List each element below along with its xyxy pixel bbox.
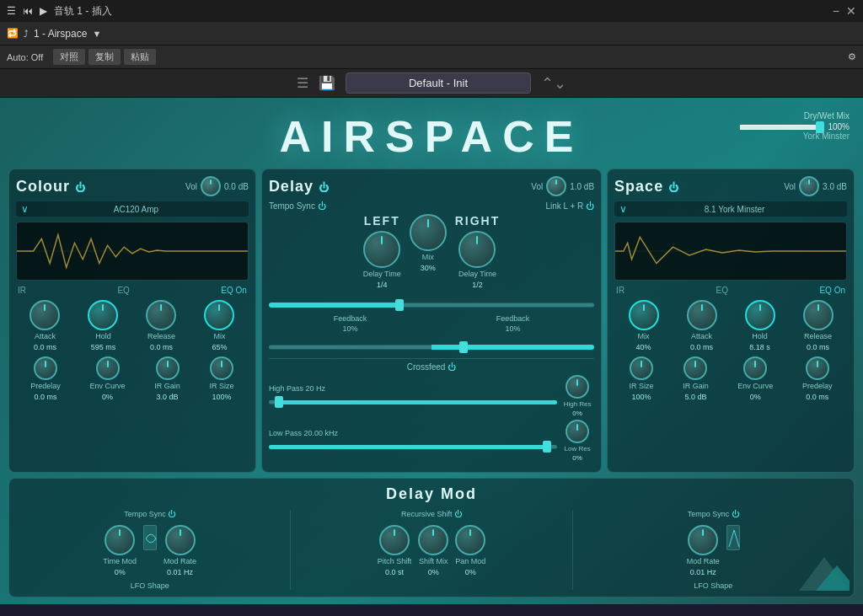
space-envcurve-knob[interactable]	[743, 356, 767, 380]
preset-menu-button[interactable]: ☰	[297, 75, 308, 91]
space-eq-on[interactable]: EQ On	[819, 286, 845, 295]
preset-arrows[interactable]: ⌃⌄	[541, 74, 566, 93]
colour-eq-on[interactable]: EQ On	[221, 286, 247, 295]
delay-right-feedback-slider[interactable]	[269, 345, 594, 350]
track-bar: 🔁 ⤴ 1 - Airspace ▼	[0, 22, 863, 46]
high-res-knob[interactable]	[566, 375, 589, 399]
colour-vol-knob[interactable]	[201, 176, 221, 196]
delay-mod-divider1	[290, 510, 291, 590]
pitch-shift-knob[interactable]	[379, 525, 410, 555]
delay-link[interactable]: Link L + R ⏻	[545, 201, 594, 211]
space-release-knob[interactable]	[803, 300, 834, 330]
track-dropdown-icon[interactable]: ▼	[92, 29, 101, 39]
colour-mix-knob[interactable]	[204, 300, 234, 330]
delay-right-time-knob[interactable]	[458, 231, 496, 268]
loop-icon[interactable]: 🔁	[7, 28, 19, 39]
colour-eq-btn[interactable]: EQ	[117, 286, 129, 295]
play-icon[interactable]: ▶	[40, 5, 47, 17]
colour-attack-knob[interactable]	[29, 300, 60, 330]
colour-mix-value: 65%	[212, 343, 227, 351]
right-mod-rate-knob[interactable]	[688, 525, 718, 555]
paste-button[interactable]: 粘贴	[124, 49, 156, 65]
track-icon[interactable]: ⤴	[24, 29, 29, 39]
space-attack-value: 0.0 ms	[690, 343, 713, 351]
colour-release-knob-container: Release 0.0 ms	[146, 300, 176, 351]
colour-predelay-value: 0.0 ms	[35, 393, 57, 401]
left-mod-rate-label: Mod Rate	[163, 557, 196, 566]
space-preset-name[interactable]: 8.1 York Minster	[705, 205, 765, 214]
high-res-container: High Res 0%	[560, 375, 594, 417]
contrast-button[interactable]: 对照	[53, 49, 85, 65]
low-res-label: Low Res	[565, 445, 591, 453]
colour-irgain-value: 3.0 dB	[157, 393, 179, 401]
colour-release-knob[interactable]	[146, 300, 176, 330]
app-menu-icon[interactable]: ☰	[7, 5, 16, 17]
shift-mix-value: 0%	[428, 568, 439, 576]
space-irgain-knob[interactable]	[683, 356, 707, 380]
delay-mod-center-group: Recursive Shift ⏻ Pitch Shift 0.0 st Shi…	[297, 510, 565, 576]
close-button[interactable]: ✕	[846, 4, 856, 18]
colour-power-icon[interactable]: ⏻	[75, 182, 86, 194]
left-lfo-shape-display[interactable]	[143, 525, 157, 550]
space-collapse-icon[interactable]: ∨	[619, 203, 627, 215]
time-mod-knob[interactable]	[105, 525, 135, 555]
plugin-title: AIRSPACE	[0, 111, 863, 162]
dry-wet-label: Dry/Wet Mix	[804, 111, 850, 121]
delay-mix-label: Mix	[422, 253, 434, 262]
rewind-icon[interactable]: ⏮	[23, 5, 33, 17]
low-pass-slider[interactable]	[269, 445, 557, 449]
colour-irsize-knob[interactable]	[210, 356, 233, 380]
space-eq-btn[interactable]: EQ	[716, 286, 728, 295]
colour-irgain-knob[interactable]	[156, 356, 180, 380]
dry-wet-value: 100%	[828, 122, 850, 131]
delay-vol-knob[interactable]	[546, 176, 566, 196]
colour-hold-knob-container: Hold 595 ms	[88, 300, 118, 351]
space-predelay-knob[interactable]	[806, 356, 829, 380]
space-mix-knob[interactable]	[629, 300, 659, 330]
minimize-button[interactable]: −	[833, 4, 839, 18]
space-attack-knob[interactable]	[687, 300, 717, 330]
delay-left-time-knob[interactable]	[363, 231, 400, 268]
colour-collapse-icon[interactable]: ∨	[21, 203, 29, 215]
space-irsize-knob[interactable]	[630, 356, 653, 380]
colour-hold-knob[interactable]	[88, 300, 118, 330]
title-bar: ☰ ⏮ ▶ 音轨 1 - 插入 − ✕	[0, 0, 863, 22]
preset-save-button[interactable]: 💾	[319, 75, 335, 91]
copy-button[interactable]: 复制	[88, 49, 121, 65]
recursive-shift-label[interactable]: Recursive Shift ⏻	[401, 510, 462, 518]
space-power-icon[interactable]: ⏻	[668, 182, 679, 194]
colour-envcurve-value: 0%	[102, 393, 113, 401]
colour-ir-btn[interactable]: IR	[18, 286, 26, 295]
delay-mod-right-tempo-sync[interactable]: Tempo Sync ⏻	[688, 510, 739, 518]
delay-vol-value: 1.0 dB	[570, 182, 594, 191]
delay-power-icon[interactable]: ⏻	[319, 182, 330, 194]
space-hold-knob[interactable]	[745, 300, 775, 330]
shift-mix-knob[interactable]	[418, 525, 448, 555]
delay-mod-left-tempo-sync[interactable]: Tempo Sync ⏻	[124, 510, 175, 518]
space-waveform	[614, 222, 847, 281]
colour-envcurve-knob[interactable]	[96, 356, 120, 380]
space-vol-knob[interactable]	[799, 176, 819, 196]
colour-attack-knob-container: Attack 0.0 ms	[29, 300, 60, 351]
left-mod-rate-knob[interactable]	[165, 525, 196, 555]
high-pass-slider[interactable]	[269, 400, 557, 404]
space-title: Space ⏻	[614, 178, 679, 196]
space-ir-btn[interactable]: IR	[616, 286, 624, 295]
preset-display[interactable]: Default - Init	[346, 72, 531, 94]
pan-mod-value: 0%	[465, 568, 476, 576]
colour-preset-name[interactable]: AC120 Amp	[114, 205, 158, 214]
left-lfo-shape-label: LFO Shape	[131, 581, 169, 590]
delay-mix-knob-container: Mix 30%	[410, 214, 447, 272]
right-lfo-shape-display[interactable]	[726, 525, 740, 550]
dry-wet-slider[interactable]	[740, 125, 824, 130]
colour-attack-value: 0.0 ms	[34, 343, 56, 351]
delay-tempo-sync[interactable]: Tempo Sync ⏻	[269, 201, 326, 211]
delay-mix-knob[interactable]	[410, 214, 447, 251]
pan-mod-knob[interactable]	[455, 525, 485, 555]
feedback-row: Feedback 10% Feedback 10%	[269, 314, 594, 333]
settings-icon[interactable]: ⚙	[848, 51, 856, 62]
low-res-knob[interactable]	[566, 420, 589, 443]
colour-predelay-knob[interactable]	[34, 356, 57, 380]
crossfeed-power-icon[interactable]: ⏻	[448, 362, 456, 372]
delay-left-feedback-slider[interactable]	[269, 303, 594, 308]
